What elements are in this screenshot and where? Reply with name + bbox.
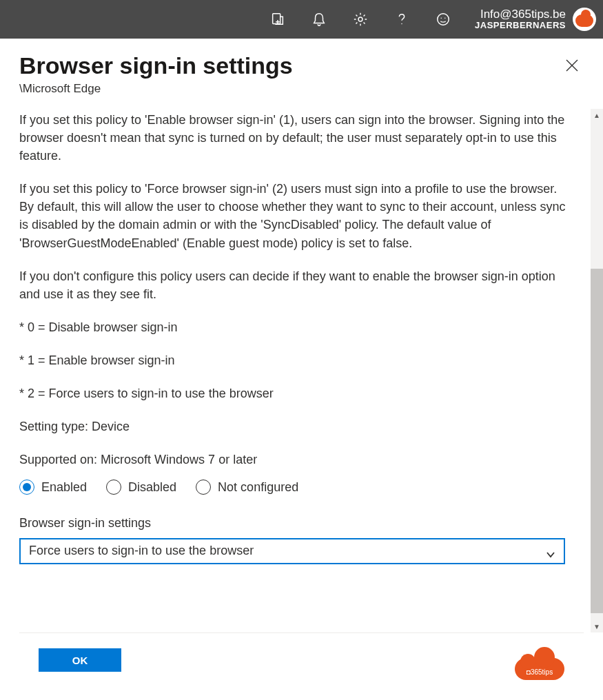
browser-signin-dropdown[interactable]: Force users to sign-in to use the browse…	[19, 538, 565, 564]
radio-label: Enabled	[41, 478, 87, 496]
close-button[interactable]	[564, 58, 580, 73]
option-line: * 2 = Force users to sign-in to use the …	[19, 384, 567, 402]
ok-button[interactable]: OK	[39, 648, 121, 672]
breadcrumb: \Microsoft Edge	[19, 82, 584, 96]
description-scroll-area: If you set this policy to 'Enable browse…	[19, 111, 584, 632]
svg-point-4	[441, 17, 442, 18]
setting-type: Setting type: Device	[19, 418, 567, 435]
help-icon[interactable]	[381, 0, 422, 39]
radio-enabled[interactable]: Enabled	[19, 478, 87, 496]
settings-panel: Browser sign-in settings \Microsoft Edge…	[0, 39, 603, 700]
bell-icon[interactable]	[298, 0, 340, 39]
directory-icon[interactable]	[257, 0, 298, 39]
radio-label: Disabled	[128, 478, 176, 496]
chevron-down-icon	[546, 546, 555, 556]
account-control[interactable]: Info@365tips.be JASPERBERNAERS	[464, 8, 596, 31]
brand-logo: ◘365tips	[515, 648, 564, 680]
vertical-scrollbar[interactable]: ▲ ▼	[591, 109, 603, 632]
scroll-up-arrow-icon[interactable]: ▲	[591, 109, 603, 121]
radio-disabled[interactable]: Disabled	[106, 478, 176, 496]
brand-logo-text: ◘365tips	[515, 668, 564, 676]
tenant-name: JASPERBERNAERS	[475, 21, 566, 30]
scrollbar-thumb[interactable]	[591, 269, 603, 613]
feedback-smiley-icon[interactable]	[422, 0, 464, 39]
scroll-down-arrow-icon[interactable]: ▼	[591, 620, 603, 632]
dropdown-label: Browser sign-in settings	[19, 514, 567, 532]
description-paragraph: If you set this policy to 'Force browser…	[19, 180, 567, 251]
radio-label: Not configured	[218, 478, 298, 496]
svg-point-5	[444, 17, 445, 18]
gear-icon[interactable]	[340, 0, 381, 39]
option-line: * 1 = Enable browser sign-in	[19, 351, 567, 369]
svg-point-2	[401, 23, 402, 24]
supported-on: Supported on: Microsoft Windows 7 or lat…	[19, 451, 567, 469]
top-bar: Info@365tips.be JASPERBERNAERS	[0, 0, 603, 39]
description-paragraph: If you don't configure this policy users…	[19, 267, 567, 303]
state-radio-group: Enabled Disabled Not configured	[19, 478, 567, 496]
page-title: Browser sign-in settings	[19, 52, 584, 79]
panel-footer: OK ◘365tips	[19, 632, 584, 700]
radio-not-configured[interactable]: Not configured	[196, 478, 298, 496]
dropdown-value: Force users to sign-in to use the browse…	[29, 542, 254, 559]
option-line: * 0 = Disable browser sign-in	[19, 318, 567, 336]
svg-point-3	[438, 14, 449, 25]
description-paragraph: If you set this policy to 'Enable browse…	[19, 111, 567, 165]
user-email: Info@365tips.be	[475, 8, 566, 21]
avatar[interactable]	[573, 8, 596, 31]
svg-point-1	[358, 17, 362, 21]
